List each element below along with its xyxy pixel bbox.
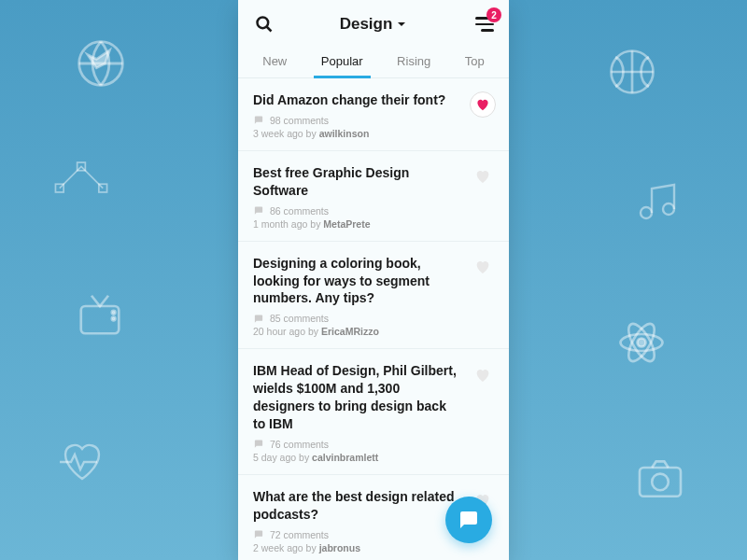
post-item[interactable]: Best free Graphic Design Software 86 com…: [238, 151, 509, 242]
comment-icon: [253, 115, 264, 125]
svg-rect-14: [640, 468, 681, 497]
header: Design 2: [238, 0, 509, 41]
svg-point-9: [663, 203, 674, 215]
heart-icon: [474, 259, 491, 275]
post-title: Designing a coloring book, looking for w…: [253, 255, 494, 308]
like-button[interactable]: [470, 164, 496, 190]
post-item[interactable]: Did Amazon change their font? 98 comment…: [238, 78, 509, 151]
tabs: New Popular Rising Top: [238, 41, 509, 78]
feed: Did Amazon change their font? 98 comment…: [238, 78, 509, 560]
post-meta: 98 comments: [253, 115, 494, 126]
comment-count: 72 comments: [270, 529, 329, 540]
post-byline: 1 month ago by MetaPrete: [253, 218, 494, 230]
tab-top[interactable]: Top: [461, 47, 488, 77]
post-title: Best free Graphic Design Software: [253, 164, 494, 200]
tab-rising[interactable]: Rising: [393, 47, 434, 77]
post-byline: 20 hour ago by EricaMRizzo: [253, 326, 494, 337]
post-author: calvinbramlett: [312, 452, 378, 463]
chevron-down-icon: [396, 19, 407, 30]
svg-point-15: [652, 474, 669, 491]
chat-bubble-icon: [458, 509, 480, 531]
post-meta: 76 comments: [253, 439, 494, 450]
like-button[interactable]: [470, 362, 496, 388]
camera-icon: [635, 457, 685, 498]
page-title: Design: [340, 15, 393, 34]
heart-icon: [474, 368, 491, 384]
comment-count: 76 comments: [270, 439, 329, 450]
heart-icon: [475, 98, 490, 112]
svg-point-16: [258, 18, 269, 29]
menu-button[interactable]: 2: [472, 13, 494, 35]
notification-badge: 2: [486, 7, 501, 22]
post-item[interactable]: Designing a coloring book, looking for w…: [238, 242, 509, 350]
music-note-icon: [635, 177, 680, 226]
post-byline: 5 day ago by calvinbramlett: [253, 452, 494, 463]
post-title: IBM Head of Design, Phil Gilbert, wields…: [253, 362, 494, 433]
post-author: awilkinson: [319, 128, 370, 139]
comment-icon: [253, 529, 264, 539]
post-author: jabronus: [319, 542, 360, 553]
comment-icon: [253, 205, 264, 216]
post-author: EricaMRizzo: [321, 326, 379, 337]
post-meta: 85 comments: [253, 313, 494, 324]
tab-new[interactable]: New: [259, 47, 290, 77]
globe-plane-icon: [75, 37, 127, 90]
basketball-icon: [607, 47, 657, 97]
post-meta: 86 comments: [253, 205, 494, 217]
svg-point-6: [112, 317, 116, 321]
phone-frame: Design 2 New Popular Rising Top Did Amaz…: [238, 0, 509, 560]
tv-icon: [75, 289, 125, 340]
post-byline: 2 week ago by jabronus: [253, 542, 494, 553]
comment-count: 86 comments: [270, 205, 329, 217]
category-dropdown[interactable]: Design: [340, 15, 408, 34]
comment-count: 85 comments: [270, 313, 329, 324]
post-item[interactable]: IBM Head of Design, Phil Gilbert, wields…: [238, 349, 509, 475]
search-button[interactable]: [253, 13, 275, 35]
heart-icon: [474, 169, 491, 185]
post-title: Did Amazon change their font?: [253, 91, 494, 109]
atom-icon: [616, 317, 667, 368]
svg-point-8: [641, 207, 652, 218]
compose-fab[interactable]: [445, 497, 492, 543]
search-icon: [255, 15, 274, 34]
like-button[interactable]: [470, 91, 496, 118]
comment-icon: [253, 439, 264, 449]
pen-tool-icon: [54, 159, 108, 196]
svg-point-10: [638, 339, 646, 347]
tab-popular[interactable]: Popular: [317, 47, 367, 77]
post-author: MetaPrete: [323, 218, 370, 230]
svg-point-5: [112, 311, 116, 315]
post-byline: 3 week ago by awilkinson: [253, 128, 494, 139]
comment-count: 98 comments: [270, 115, 329, 126]
comment-icon: [253, 314, 264, 324]
like-button[interactable]: [470, 255, 496, 281]
heartbeat-icon: [56, 439, 108, 485]
